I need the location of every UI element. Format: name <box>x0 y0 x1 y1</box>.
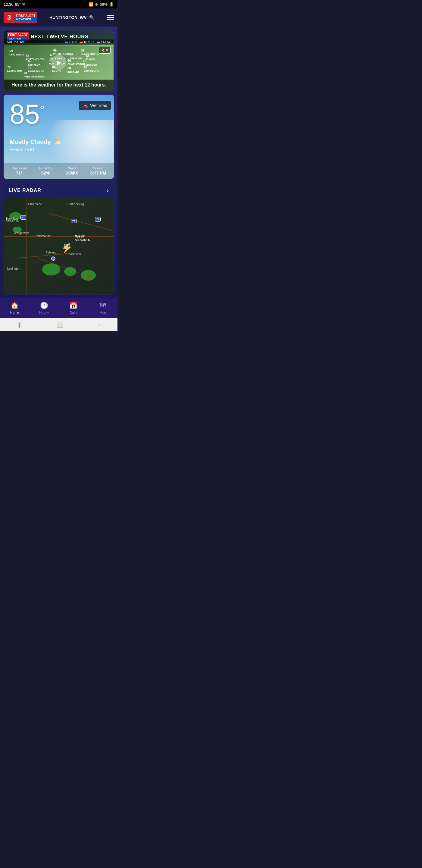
menu-button[interactable] <box>107 16 114 20</box>
system-navigation: ||| ⬜ ‹ <box>0 318 118 331</box>
hourly-label: Hourly <box>39 311 49 314</box>
video-caption: Here is the weather for the next 12 hour… <box>4 80 113 91</box>
map-label: Map <box>100 311 106 314</box>
location-dot <box>51 256 56 261</box>
radar-spot-red <box>86 275 91 279</box>
legend-mixed: MIXED <box>79 40 94 44</box>
video-caption-text: Here is the weather for the next 12 hour… <box>11 82 106 87</box>
temp-unit: ° <box>40 104 44 116</box>
sunset-label: Sunset <box>86 166 111 170</box>
city-parkersburg: Parkersburg <box>67 203 84 206</box>
channel-number: 3 <box>4 12 14 23</box>
temp-prestonsburg: 70PRESTONSBURG <box>24 71 45 78</box>
temp-lexington: 70LEXINGTON <box>7 66 22 72</box>
battery-icon: 🔋 <box>109 2 114 7</box>
humidity-value: 62% <box>33 170 59 176</box>
humidity-detail: Humidity 62% <box>33 166 59 176</box>
temp-charleston: 66CHARLESTON <box>67 59 85 66</box>
dnd-icon: ⊘ <box>95 2 98 7</box>
notification-icon: ✉ <box>22 2 26 7</box>
mute-button[interactable]: 🔇✕ <box>99 47 110 54</box>
main-content: FIRST ALERT WEATHER NEXT TWELVE HOURS SA… <box>0 27 118 298</box>
nav-hourly[interactable]: 🕐 Hourly <box>30 301 59 315</box>
status-bar: 12:30 85° ✉ 📶 ⊘ 69% 🔋 <box>0 0 118 8</box>
road-vertical-2 <box>59 198 59 294</box>
nav-home[interactable]: 🏠 Home <box>0 301 30 315</box>
feels-like: Feels Like 91° <box>10 147 61 152</box>
legend-rain-label: RAIN <box>69 40 76 44</box>
dew-point-value: 71° <box>7 170 32 176</box>
wet-road-badge: 🚗 Wet road <box>79 101 111 110</box>
radar-card: LIVE RADAR › Chillicothe Parkersburg Cin… <box>4 183 114 294</box>
temp-lewisburg: 63LEWISBURG <box>84 66 99 72</box>
search-icon[interactable]: 🔍 <box>89 15 94 20</box>
battery-display: 69% <box>100 2 107 7</box>
main-temperature: 85° <box>10 101 44 128</box>
condition-row: Mostly Cloudy ⛅ <box>10 138 61 146</box>
weather-label: WEATHER <box>14 18 37 21</box>
sunset-detail: Sunset 8:37 PM <box>86 166 111 176</box>
nav-map[interactable]: 🗺 Map <box>88 301 118 315</box>
status-left: 12:30 85° ✉ <box>4 2 26 7</box>
dew-point-detail: Dew Point 71° <box>7 166 32 176</box>
temp-value: 85 <box>10 99 40 129</box>
wet-road-text: Wet road <box>90 103 107 108</box>
app-header: 3 FIRST ALERT WEATHER HUNTINGTON, WV 🔍 <box>0 8 118 27</box>
road-horizontal-1 <box>4 236 113 237</box>
condition-text: Mostly Cloudy <box>10 138 51 146</box>
video-container[interactable]: FIRST ALERT WEATHER NEXT TWELVE HOURS SA… <box>4 30 113 91</box>
radar-map[interactable]: Chillicothe Parkersburg Cincinnati Hamil… <box>4 198 113 294</box>
city-portsmouth: Portsmouth <box>35 235 50 238</box>
radar-spot-3 <box>42 264 60 276</box>
city-chillicothe: Chillicothe <box>28 203 42 206</box>
city-georgetown: Georgetown <box>13 231 29 235</box>
temp-cincinnati: 69CINCINNATI <box>9 50 24 56</box>
legend-items: RAIN MIXED SNOW <box>65 40 110 44</box>
temp-beckley: 68BECKLEY <box>67 67 79 73</box>
video-card: FIRST ALERT WEATHER NEXT TWELVE HOURS SA… <box>4 30 114 91</box>
hourly-icon: 🕐 <box>40 302 48 310</box>
home-icon: 🏠 <box>10 302 19 310</box>
play-button[interactable]: ▶ <box>51 55 66 70</box>
city-lexington: Lexington <box>7 267 20 270</box>
home-button[interactable]: ⬜ <box>57 321 63 328</box>
legend-snow: SNOW <box>97 40 110 44</box>
wet-road-icon: 🚗 <box>83 103 88 108</box>
legend-mixed-label: MIXED <box>84 40 94 44</box>
recent-apps-button[interactable]: ||| <box>18 321 22 328</box>
daily-label: Daily <box>70 311 77 314</box>
humidity-label: Humidity <box>33 166 59 170</box>
sunset-value: 8:37 PM <box>86 170 111 176</box>
location-search-area[interactable]: HUNTINGTON, WV 🔍 <box>50 15 94 20</box>
radar-header[interactable]: LIVE RADAR › <box>4 183 113 198</box>
city-hamilton: Hamilton <box>6 217 18 220</box>
location-text: HUNTINGTON, WV <box>50 15 87 20</box>
hamburger-line3 <box>107 19 114 20</box>
weather-description: Mostly Cloudy ⛅ Feels Like 91° <box>10 138 61 152</box>
city-ashland: Ashland <box>45 251 56 254</box>
radar-arrow-icon: › <box>107 187 109 193</box>
weather-card: 🚗 Wet road 85° Mostly Cloudy ⛅ Feels Lik… <box>4 95 114 179</box>
hamburger-line1 <box>107 16 114 16</box>
bottom-navigation: 🏠 Home 🕐 Hourly 📅 Daily 🗺 Map <box>0 298 118 318</box>
interstate-79: 79 <box>95 217 101 221</box>
badge-first-alert: FIRST ALERT <box>8 33 28 37</box>
app-logo: 3 FIRST ALERT WEATHER <box>4 12 37 23</box>
radar-title: LIVE RADAR <box>9 188 41 193</box>
temp-display: 85° <box>15 2 21 7</box>
wind-label: Wind <box>59 166 85 170</box>
home-label: Home <box>10 311 19 314</box>
daily-icon: 📅 <box>69 302 77 310</box>
hamburger-line2 <box>107 17 114 18</box>
legend-snow-label: SNOW <box>101 40 110 44</box>
video-time-bar: SAT 1:00 AM RAIN MIXED SNOW <box>4 39 113 44</box>
logo-right: FIRST ALERT WEATHER <box>14 12 37 23</box>
nav-daily[interactable]: 📅 Daily <box>59 301 88 315</box>
interstate-71: 71 <box>21 215 26 220</box>
back-button[interactable]: ‹ <box>98 321 100 328</box>
wifi-icon: 📶 <box>89 2 93 7</box>
road-vertical-1 <box>26 198 27 294</box>
condition-icon: ⛅ <box>53 138 61 146</box>
video-title: NEXT TWELVE HOURS <box>31 34 89 39</box>
dew-point-label: Dew Point <box>7 166 32 170</box>
